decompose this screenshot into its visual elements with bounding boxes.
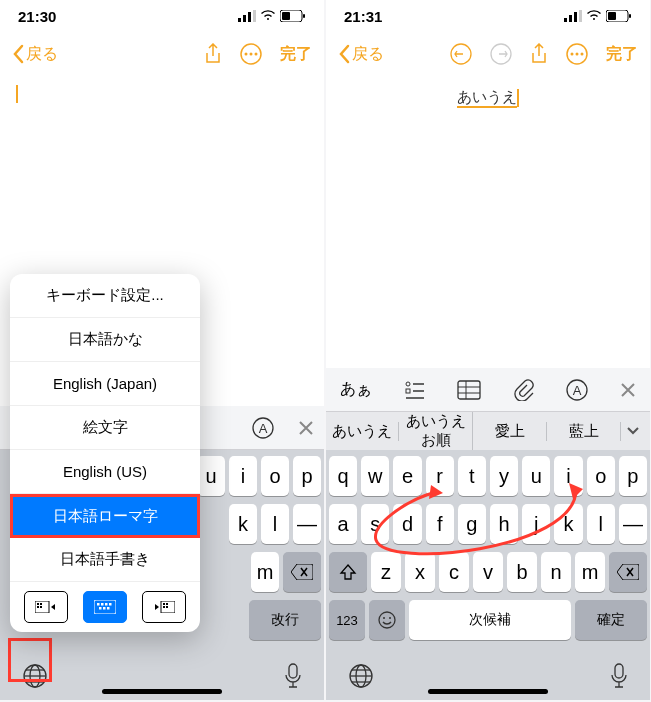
key-p[interactable]: p [619,456,647,496]
kbd-type-split-left[interactable] [24,591,68,623]
key-—[interactable]: — [619,504,647,544]
globe-icon[interactable] [348,663,374,689]
key-l[interactable]: l [587,504,615,544]
key-k[interactable]: k [554,504,582,544]
key-v[interactable]: v [473,552,503,592]
space-key[interactable]: 次候補 [409,600,571,640]
confirm-key[interactable]: 確定 [575,600,647,640]
done-button[interactable]: 完了 [606,44,638,65]
key-k[interactable]: k [229,504,257,544]
key-h[interactable]: h [490,504,518,544]
keyboard: あぁ A あいうえ あいうえお順 愛上 藍上 qwertyuiop asdfgh… [326,368,650,700]
key-b[interactable]: b [507,552,537,592]
share-icon[interactable] [530,43,548,65]
key-w[interactable]: w [361,456,389,496]
key-o[interactable]: o [261,456,289,496]
key-z[interactable]: z [371,552,401,592]
key-c[interactable]: c [439,552,469,592]
svg-rect-1 [243,15,246,22]
key-d[interactable]: d [393,504,421,544]
suggestion-expand[interactable] [622,426,650,436]
undo-icon[interactable] [450,43,472,65]
key-y[interactable]: y [490,456,518,496]
key-x[interactable]: x [405,552,435,592]
backspace-key[interactable] [283,552,321,592]
key-u[interactable]: u [197,456,225,496]
home-indicator[interactable] [428,689,548,694]
kbd-popup-en-us[interactable]: English (US) [10,450,200,494]
key-p[interactable]: p [293,456,321,496]
shift-key[interactable] [329,552,367,592]
svg-point-48 [576,53,579,56]
svg-rect-38 [569,15,572,22]
phone-left: 21:30 戻る 完了 キーボード設定... 日本語かな English (Ja… [0,0,324,700]
suggestion-3[interactable]: 愛上 [474,422,547,441]
key-m[interactable]: m [575,552,605,592]
back-button[interactable]: 戻る [338,44,384,65]
nav-bar: 戻る 完了 [326,32,650,76]
svg-rect-25 [163,603,165,605]
key-r[interactable]: r [426,456,454,496]
key-j[interactable]: j [522,504,550,544]
key-l[interactable]: l [261,504,289,544]
status-icons [238,10,306,22]
chevron-left-icon [338,44,350,64]
suggestion-2[interactable]: あいうえお順 [400,412,473,450]
text-style-icon[interactable]: A [252,417,274,439]
key-s[interactable]: s [361,504,389,544]
more-icon[interactable] [240,43,262,65]
more-icon[interactable] [566,43,588,65]
svg-text:A: A [573,383,582,398]
kbd-type-split-right[interactable] [142,591,186,623]
kana-size-button[interactable]: あぁ [340,379,372,400]
share-icon[interactable] [204,43,222,65]
key-g[interactable]: g [458,504,486,544]
svg-rect-40 [579,10,582,22]
close-icon[interactable] [298,420,314,436]
key-a[interactable]: a [329,504,357,544]
key-t[interactable]: t [458,456,486,496]
kbd-popup-en-japan[interactable]: English (Japan) [10,362,200,406]
back-button[interactable]: 戻る [12,44,58,65]
kbd-popup-romaji[interactable]: 日本語ローマ字 [10,494,200,538]
key-i[interactable]: i [229,456,257,496]
key-n[interactable]: n [541,552,571,592]
kbd-popup-settings[interactable]: キーボード設定... [10,274,200,318]
svg-rect-55 [458,381,480,399]
kbd-popup-handwriting[interactable]: 日本語手書き [10,538,200,582]
svg-rect-17 [97,603,100,606]
mic-icon[interactable] [284,663,302,689]
backspace-key[interactable] [609,552,647,592]
key-q[interactable]: q [329,456,357,496]
attachment-icon[interactable] [513,379,535,401]
svg-point-62 [383,617,385,619]
key-dash[interactable]: — [293,504,321,544]
table-icon[interactable] [457,380,481,400]
key-m[interactable]: m [251,552,279,592]
kbd-type-full[interactable] [83,591,127,623]
num-key[interactable]: 123 [329,600,365,640]
signal-icon [564,10,582,22]
list-icon[interactable] [404,379,426,401]
emoji-key[interactable] [369,600,405,640]
home-indicator[interactable] [102,689,222,694]
text-style-icon[interactable]: A [566,379,588,401]
key-f[interactable]: f [426,504,454,544]
key-o[interactable]: o [587,456,615,496]
mic-icon[interactable] [610,663,628,689]
return-key[interactable]: 改行 [249,600,321,640]
kbd-popup-kana[interactable]: 日本語かな [10,318,200,362]
svg-rect-6 [303,14,305,18]
key-u[interactable]: u [522,456,550,496]
suggestion-1[interactable]: あいうえ [326,422,399,441]
key-i[interactable]: i [554,456,582,496]
note-content[interactable] [0,76,324,111]
suggestion-4[interactable]: 藍上 [548,422,621,441]
status-time: 21:31 [344,8,382,25]
done-button[interactable]: 完了 [280,44,312,65]
key-e[interactable]: e [393,456,421,496]
note-content[interactable]: あいうえ [326,76,650,115]
kbd-popup-emoji[interactable]: 絵文字 [10,406,200,450]
close-icon[interactable] [620,382,636,398]
svg-point-49 [581,53,584,56]
